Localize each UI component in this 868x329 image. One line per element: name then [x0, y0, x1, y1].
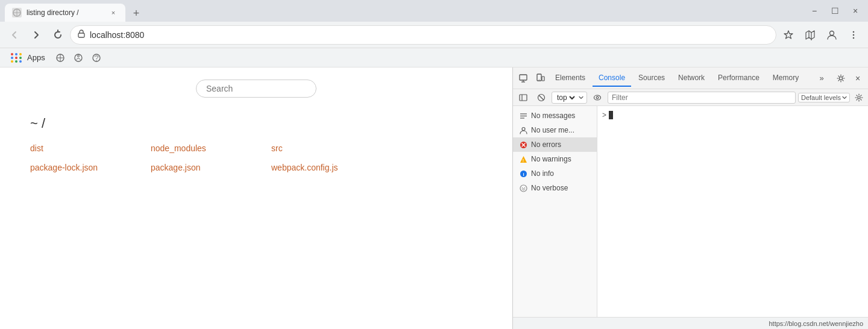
search-bar-wrap — [12, 80, 500, 98]
svg-text:!: ! — [522, 158, 523, 162]
devtools-tab-elements[interactable]: Elements — [549, 70, 591, 87]
back-button[interactable] — [5, 25, 24, 45]
console-message-sidebar: No messages No user me... No errors — [513, 106, 597, 317]
context-selector[interactable]: top — [552, 92, 587, 104]
devtools-tab-console[interactable]: Console — [593, 70, 631, 87]
svg-point-7 — [853, 31, 855, 33]
svg-point-23 — [840, 77, 843, 80]
apps-button[interactable]: Apps — [5, 49, 50, 66]
devtools-tab-memory[interactable]: Memory — [767, 70, 805, 87]
url-text: localhost:8080 — [90, 30, 144, 40]
sidebar-user-messages[interactable]: No user me... — [513, 123, 597, 137]
devtools-inspect-button[interactable] — [515, 70, 531, 86]
tab-strip: listing directory / × + — [5, 0, 802, 22]
browser-menu-a-button[interactable] — [800, 25, 820, 45]
devtools-status-bar: https://blog.csdn.net/wennjiezho — [513, 317, 868, 329]
console-clear-button[interactable] — [533, 90, 549, 105]
info-icon: i — [519, 169, 527, 178]
tab-favicon — [12, 8, 22, 17]
svg-rect-24 — [520, 95, 527, 101]
reload-button[interactable] — [48, 25, 68, 45]
window-controls: − ☐ × — [807, 3, 863, 19]
close-window-button[interactable]: × — [848, 3, 863, 19]
svg-line-27 — [539, 95, 544, 100]
tab-close-button[interactable]: × — [108, 8, 118, 17]
file-link-webpack[interactable]: webpack.config.js — [271, 163, 392, 172]
sidebar-messages[interactable]: No messages — [513, 108, 597, 123]
warnings-icon: ! — [519, 155, 527, 163]
context-select[interactable]: top — [555, 93, 577, 102]
devtools-device-button[interactable] — [532, 70, 548, 86]
bookmarks-bar: Apps — [0, 48, 868, 67]
console-eye-button[interactable] — [590, 90, 605, 105]
prompt-arrow: > — [602, 111, 606, 119]
sidebar-errors[interactable]: No errors — [513, 137, 597, 152]
main-area: ~ / dist node_modules src package-lock.j… — [0, 67, 868, 329]
bookmark-1-button[interactable] — [52, 50, 68, 66]
messages-label: No messages — [531, 111, 575, 120]
warnings-label: No warnings — [531, 155, 571, 163]
info-label: No info — [531, 169, 554, 178]
forward-button[interactable] — [27, 25, 46, 45]
file-link-src[interactable]: src — [271, 143, 392, 153]
default-levels-dropdown[interactable]: Default levels — [798, 93, 850, 102]
console-cursor — [609, 111, 613, 119]
svg-point-8 — [853, 34, 855, 36]
svg-point-28 — [594, 95, 601, 100]
maximize-button[interactable]: ☐ — [827, 3, 843, 19]
console-sidebar-toggle[interactable] — [515, 90, 531, 105]
default-levels-label: Default levels — [801, 94, 841, 101]
devtools-settings-button[interactable] — [833, 70, 849, 86]
svg-rect-22 — [542, 77, 544, 81]
tab-title: listing directory / — [27, 8, 104, 17]
errors-label: No errors — [531, 140, 561, 149]
console-content: No messages No user me... No errors — [513, 106, 868, 317]
console-settings-button[interactable] — [852, 91, 866, 104]
minimize-button[interactable]: − — [807, 3, 822, 19]
sidebar-verbose[interactable]: No verbose — [513, 181, 597, 195]
svg-point-16 — [96, 60, 97, 61]
sidebar-info[interactable]: i No info — [513, 166, 597, 181]
page-content: ~ / dist node_modules src package-lock.j… — [0, 67, 512, 329]
verbose-label: No verbose — [531, 184, 568, 192]
profile-button[interactable] — [822, 25, 841, 45]
toolbar-right-icons — [779, 25, 863, 45]
browser-toolbar: localhost:8080 — [0, 22, 868, 48]
svg-rect-3 — [78, 33, 84, 37]
status-url: https://blog.csdn.net/wennjiezho — [769, 320, 863, 327]
bookmark-2-button[interactable] — [71, 50, 86, 66]
user-messages-icon — [519, 126, 527, 134]
devtools-panel: Elements Console Sources Network Perform… — [512, 67, 868, 329]
svg-point-34 — [522, 127, 525, 130]
sidebar-warnings[interactable]: ! No warnings — [513, 152, 597, 166]
devtools-close-button[interactable]: × — [850, 70, 866, 86]
file-link-package-json[interactable]: package.json — [151, 163, 271, 172]
console-main-area[interactable]: > — [597, 106, 868, 317]
console-toolbar: top Default levels — [513, 89, 868, 106]
search-input[interactable] — [196, 80, 316, 98]
bookmark-star-button[interactable] — [779, 25, 798, 45]
browser-tab[interactable]: listing directory / × — [5, 4, 125, 22]
file-link-node-modules[interactable]: node_modules — [151, 143, 271, 153]
devtools-more-button[interactable]: » — [814, 70, 829, 86]
svg-point-21 — [539, 79, 539, 80]
bookmark-3-button[interactable] — [89, 50, 104, 66]
apps-icon — [10, 52, 24, 64]
svg-point-30 — [858, 96, 860, 99]
svg-point-15 — [93, 54, 100, 61]
address-bar[interactable]: localhost:8080 — [70, 25, 776, 45]
devtools-tab-sources[interactable]: Sources — [632, 70, 671, 87]
new-tab-button[interactable]: + — [128, 5, 145, 22]
svg-rect-17 — [520, 75, 527, 80]
secure-icon — [78, 30, 85, 40]
verbose-icon — [519, 184, 527, 192]
svg-text:i: i — [523, 172, 524, 177]
console-filter-input[interactable] — [608, 92, 796, 104]
chrome-menu-button[interactable] — [844, 25, 863, 45]
devtools-tab-performance[interactable]: Performance — [712, 70, 766, 87]
errors-icon — [519, 140, 527, 149]
file-link-package-lock[interactable]: package-lock.json — [30, 163, 151, 172]
devtools-tab-network[interactable]: Network — [672, 70, 711, 87]
file-link-dist[interactable]: dist — [30, 143, 151, 153]
user-messages-label: No user me... — [531, 126, 574, 134]
